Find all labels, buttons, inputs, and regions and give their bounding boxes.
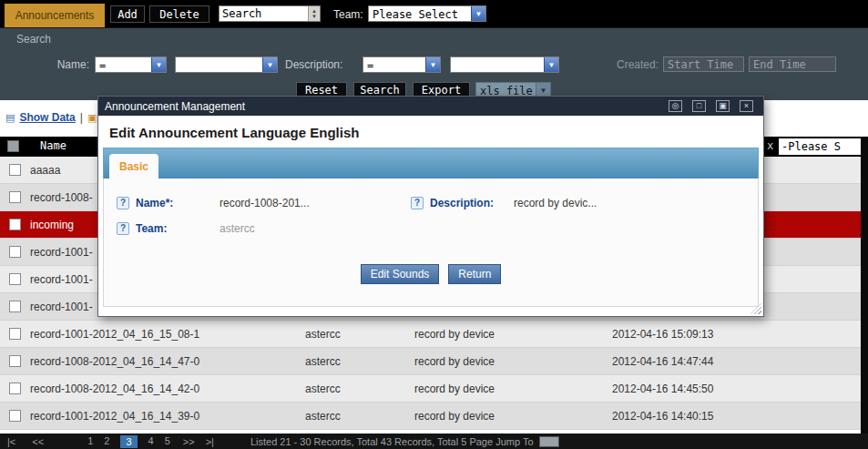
cell-name: record-1001- <box>30 301 93 313</box>
last-page-button[interactable]: >| <box>206 436 214 447</box>
cell-description: record by device <box>414 410 495 423</box>
tab-announcements[interactable]: Announcements <box>5 4 105 27</box>
column-header-name[interactable]: Name <box>40 139 66 152</box>
cell-team: astercc <box>305 328 341 341</box>
return-button[interactable]: Return <box>448 264 501 284</box>
dialog-titlebar[interactable]: Announcement Management ◎ □ ▣ × <box>98 97 763 116</box>
edit-sounds-button[interactable]: Edit Sounds <box>361 264 440 284</box>
restore-icon[interactable]: ▣ <box>716 100 730 112</box>
show-data-icon: ▤ <box>5 112 15 124</box>
table-row[interactable]: record-1001-2012_04_16_15_08-1asterccrec… <box>0 321 861 348</box>
team-select[interactable]: Please Select ▼ <box>368 5 486 22</box>
prev-page-button[interactable]: << <box>32 436 44 447</box>
cell-created: 2012-04-16 14:47:44 <box>612 355 713 368</box>
cell-description: record by device <box>414 383 495 395</box>
tab-basic[interactable]: Basic <box>109 154 158 179</box>
top-bar: Announcements Add Delete ▲ ▼ Team: Pleas… <box>0 0 868 27</box>
row-checkbox[interactable] <box>9 410 21 422</box>
table-row[interactable]: record-1001-2012_04_16_14_39-0asterccrec… <box>0 403 861 430</box>
row-checkbox[interactable] <box>9 273 21 285</box>
name-filter-label: Name: <box>55 58 89 71</box>
dialog-body: ? Name*: record-1008-201... ? Descriptio… <box>103 179 759 307</box>
team-label: Team: <box>333 8 363 21</box>
extra-link-icon: ▣ <box>87 112 97 124</box>
help-icon[interactable]: ? <box>117 197 129 209</box>
spinner-down-icon: ▼ <box>311 14 317 19</box>
help-icon[interactable]: ? <box>411 197 424 209</box>
name-field-label: Name*: <box>136 197 213 209</box>
dropdown-arrow-icon: ▼ <box>544 57 558 72</box>
name-operator-value: = <box>96 57 151 72</box>
page-number[interactable]: 5 <box>165 435 170 448</box>
table-row[interactable]: record-1008-2012_04_16_14_42-0asterccrec… <box>0 375 861 403</box>
row-checkbox[interactable] <box>9 246 21 258</box>
page-numbers: 12345 <box>87 435 170 448</box>
field-name: ? Name*: record-1008-201... <box>117 197 310 209</box>
start-time-input[interactable] <box>663 56 744 72</box>
next-page-button[interactable]: >> <box>183 436 195 447</box>
filter-clear-x[interactable]: x <box>767 139 773 152</box>
header-filter-select[interactable]: -Please S <box>779 138 861 155</box>
cell-name: record-1008-2012_04_16_14_47-0 <box>30 355 199 368</box>
maximize-icon[interactable]: □ <box>692 100 706 112</box>
cell-name: aaaaa <box>30 164 60 177</box>
description-operator-value: = <box>363 57 425 72</box>
jump-to-input[interactable] <box>539 436 559 447</box>
row-checkbox[interactable] <box>9 191 21 203</box>
cell-name: record-1008-2012_04_16_14_42-0 <box>30 383 199 395</box>
cell-name: incoming <box>30 219 74 231</box>
announcement-dialog: Announcement Management ◎ □ ▣ × Edit Ann… <box>97 96 764 317</box>
cell-created: 2012-04-16 15:09:13 <box>612 328 713 341</box>
dialog-title: Announcement Management <box>105 100 669 113</box>
field-team: ? Team: astercc <box>117 222 255 235</box>
add-button[interactable]: Add <box>110 5 145 23</box>
team-field-value: astercc <box>220 222 255 235</box>
cell-team: astercc <box>305 355 341 368</box>
description-value <box>451 57 544 72</box>
cell-name: record-1008- <box>30 191 93 204</box>
link-row: ▤ Show Data | ▣ <box>5 111 97 124</box>
page-number[interactable]: 4 <box>148 435 154 448</box>
row-checkbox[interactable] <box>9 219 21 230</box>
pagination-bar: |< << 12345 >> >| Listed 21 - 30 Records… <box>0 434 868 449</box>
show-data-link[interactable]: Show Data <box>19 111 75 124</box>
dropdown-arrow-icon: ▼ <box>471 6 485 21</box>
cell-description: record by device <box>414 355 495 368</box>
end-time-input[interactable] <box>749 56 836 72</box>
select-all-checkbox[interactable] <box>7 140 19 152</box>
name-operator-select[interactable]: = ▼ <box>95 56 167 73</box>
cell-description: record by device <box>414 328 495 341</box>
quick-search-combobox[interactable]: ▲ ▼ <box>219 5 321 22</box>
first-page-button[interactable]: |< <box>7 436 15 447</box>
close-icon[interactable]: × <box>740 100 753 112</box>
delete-button[interactable]: Delete <box>149 5 209 23</box>
created-filter-label: Created: <box>617 58 659 71</box>
cell-created: 2012-04-16 14:45:50 <box>612 383 713 395</box>
row-checkbox[interactable] <box>9 383 21 394</box>
page-number[interactable]: 1 <box>87 435 93 448</box>
row-checkbox[interactable] <box>9 355 21 367</box>
description-operator-select[interactable]: = ▼ <box>363 56 441 73</box>
pagination-info: Listed 21 - 30 Records, Total 43 Records… <box>250 436 534 447</box>
row-checkbox[interactable] <box>9 301 21 312</box>
name-value-select[interactable]: ▼ <box>175 56 278 73</box>
dialog-tab-strip: Basic <box>103 148 759 179</box>
cell-name: record-1001- <box>30 273 93 286</box>
description-value-select[interactable]: ▼ <box>450 56 559 73</box>
description-filter-label: Description: <box>285 58 342 71</box>
page-number[interactable]: 2 <box>104 435 109 448</box>
dialog-window-controls: ◎ □ ▣ × <box>669 100 753 112</box>
row-checkbox[interactable] <box>9 328 21 340</box>
cell-name: record-1001-2012_04_16_15_08-1 <box>30 328 199 341</box>
quick-search-input[interactable] <box>220 6 308 21</box>
help-icon[interactable]: ? <box>117 222 129 235</box>
refresh-icon[interactable]: ◎ <box>669 100 682 112</box>
cell-team: astercc <box>305 383 341 395</box>
row-checkbox[interactable] <box>9 164 21 176</box>
dropdown-arrow-icon: ▼ <box>262 57 277 72</box>
combobox-spinner[interactable]: ▲ ▼ <box>308 6 320 21</box>
team-field-label: Team: <box>136 222 213 235</box>
table-row[interactable]: record-1008-2012_04_16_14_47-0asterccrec… <box>0 348 861 375</box>
page-number[interactable]: 3 <box>120 435 137 448</box>
cell-created: 2012-04-16 14:40:15 <box>612 410 713 423</box>
